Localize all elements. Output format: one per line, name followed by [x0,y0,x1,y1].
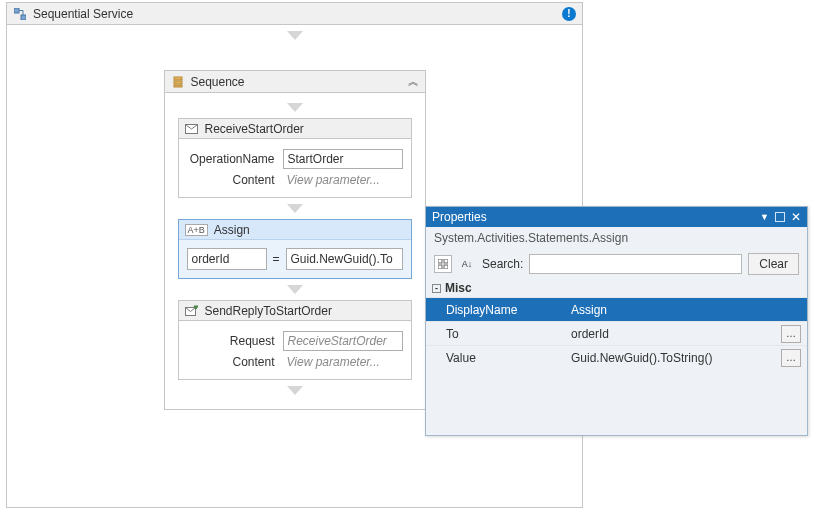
sendreply-icon [185,304,199,318]
dropdown-icon[interactable]: ▼ [760,212,769,222]
receive-title: ReceiveStartOrder [205,122,304,136]
receive-icon [185,122,199,136]
prop-value[interactable]: Guid.NewGuid().ToString() [571,351,777,365]
receive-header[interactable]: ReceiveStartOrder [179,119,411,139]
svg-rect-8 [444,259,448,263]
prop-value[interactable]: Assign [571,303,801,317]
svg-rect-1 [21,15,26,20]
flowchart-icon [13,7,27,21]
sendreply-title: SendReplyToStartOrder [205,304,332,318]
sequence-header[interactable]: Sequence ︽ [165,71,425,93]
category-label: Misc [445,281,472,295]
assign-header[interactable]: A+B Assign [179,220,411,240]
request-label: Request [187,334,283,348]
assign-to-input[interactable]: orderId [187,248,267,270]
prop-name: DisplayName [426,303,571,317]
alpha-sort-button[interactable]: A↓ [458,255,476,273]
prop-name: Value [426,351,571,365]
category-misc[interactable]: - Misc [426,279,807,297]
properties-typename: System.Activities.Statements.Assign [426,227,807,249]
operation-name-label: OperationName [187,152,283,166]
assign-to-value: orderId [192,252,230,266]
connector-arrow-icon [287,204,303,213]
svg-rect-9 [438,265,442,269]
connector-arrow-icon [287,31,303,40]
svg-rect-10 [444,265,448,269]
search-label: Search: [482,257,523,271]
properties-grid: DisplayName Assign To orderId… Value Gui… [426,297,807,369]
assign-icon: A+B [185,224,208,236]
assign-value-input[interactable]: Guid.NewGuid().To [286,248,403,270]
sendreply-activity[interactable]: SendReplyToStartOrder Request ReceiveSta… [178,300,412,380]
clear-label: Clear [759,257,788,271]
properties-toolbar: A↓ Search: Clear [426,249,807,279]
assign-value-text: Guid.NewGuid().To [291,252,393,266]
svg-rect-4 [174,85,182,87]
receive-activity[interactable]: ReceiveStartOrder OperationName StartOrd… [178,118,412,198]
service-titlebar[interactable]: Sequential Service ! [7,3,582,25]
content-label: Content [187,173,283,187]
request-placeholder: ReceiveStartOrder [288,334,387,348]
validation-info-icon[interactable]: ! [562,7,576,21]
close-icon[interactable]: ✕ [791,212,801,222]
clear-search-button[interactable]: Clear [748,253,799,275]
sequence-activity[interactable]: Sequence ︽ ReceiveStartOrder Operatio [164,70,426,410]
service-title: Sequential Service [33,7,133,21]
content-link[interactable]: View parameter... [287,173,380,187]
assign-title: Assign [214,223,250,237]
reply-content-label: Content [187,355,283,369]
prop-row-value[interactable]: Value Guid.NewGuid().ToString()… [426,345,807,369]
operation-name-value: StartOrder [288,152,344,166]
collapse-chevron-icon[interactable]: ︽ [408,75,419,87]
categorized-view-button[interactable] [434,255,452,273]
svg-rect-7 [438,259,442,263]
connector-arrow-icon [287,285,303,294]
prop-name: To [426,327,571,341]
connector-arrow-icon [287,103,303,112]
sendreply-header[interactable]: SendReplyToStartOrder [179,301,411,321]
ellipsis-button[interactable]: … [781,349,801,367]
collapse-category-icon[interactable]: - [432,284,441,293]
operation-name-input[interactable]: StartOrder [283,149,403,169]
sequence-icon [171,75,185,89]
prop-value[interactable]: orderId [571,327,777,341]
sequence-title: Sequence [191,75,245,89]
properties-titlebar[interactable]: Properties ▼ ✕ [426,207,807,227]
properties-title: Properties [432,210,487,224]
prop-row-displayname[interactable]: DisplayName Assign [426,297,807,321]
request-input[interactable]: ReceiveStartOrder [283,331,403,351]
equals-label: = [273,252,280,266]
ellipsis-button[interactable]: … [781,325,801,343]
svg-rect-0 [14,8,19,13]
svg-rect-3 [174,81,182,84]
svg-rect-2 [174,77,182,80]
connector-arrow-icon [287,386,303,395]
properties-pane[interactable]: Properties ▼ ✕ System.Activities.Stateme… [425,206,808,436]
reply-content-link[interactable]: View parameter... [287,355,380,369]
restore-window-icon[interactable] [775,212,785,222]
assign-activity[interactable]: A+B Assign orderId = Guid.NewGuid().To [178,219,412,279]
prop-row-to[interactable]: To orderId… [426,321,807,345]
properties-search-input[interactable] [529,254,742,274]
